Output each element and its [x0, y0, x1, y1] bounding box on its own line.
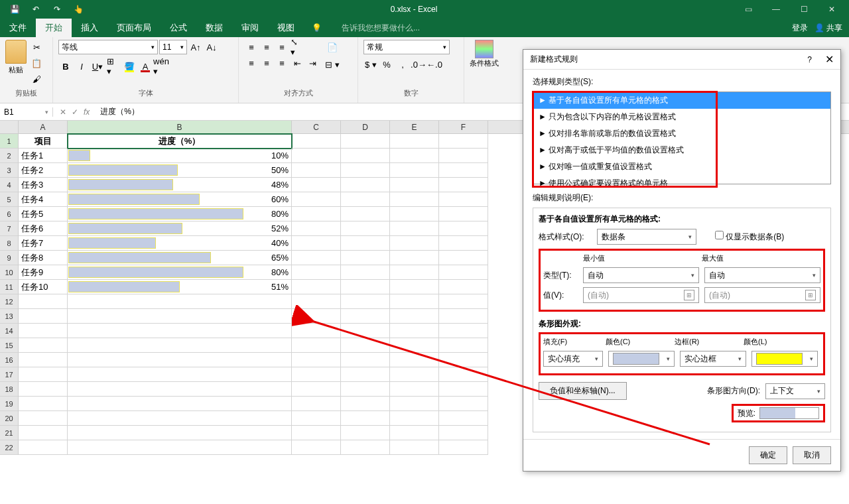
cell[interactable]: [341, 324, 390, 338]
cell[interactable]: [439, 149, 488, 163]
select-all-corner[interactable]: [0, 121, 19, 133]
cell[interactable]: [19, 309, 68, 324]
tab-insert[interactable]: 插入: [72, 19, 107, 37]
cell[interactable]: 51%: [68, 280, 292, 294]
cell[interactable]: [68, 440, 292, 455]
comma-icon[interactable]: ,: [395, 57, 410, 72]
row-header[interactable]: 1: [0, 134, 19, 149]
cell[interactable]: 任务5: [19, 207, 68, 221]
cell[interactable]: [390, 411, 439, 426]
cell[interactable]: 任务6: [19, 221, 68, 236]
cell[interactable]: 任务3: [19, 178, 68, 192]
cell[interactable]: 50%: [68, 163, 292, 178]
cell[interactable]: [439, 411, 488, 426]
row-header[interactable]: 2: [0, 149, 19, 163]
currency-icon[interactable]: $ ▾: [363, 57, 378, 72]
increase-font-icon[interactable]: A↑: [188, 40, 203, 54]
cell[interactable]: 10%: [68, 149, 292, 163]
rule-type-list[interactable]: ► 基于各自值设置所有单元格的格式 ► 只为包含以下内容的单元格设置格式 ► 仅…: [533, 92, 831, 184]
cell[interactable]: [292, 163, 341, 178]
cell[interactable]: [341, 236, 390, 251]
cell[interactable]: [292, 382, 341, 397]
underline-button[interactable]: U ▾: [90, 59, 105, 74]
italic-button[interactable]: I: [74, 59, 89, 74]
decrease-indent-icon[interactable]: ⇤: [290, 56, 304, 70]
cell[interactable]: [19, 397, 68, 411]
cell[interactable]: [19, 426, 68, 440]
cell[interactable]: [292, 192, 341, 207]
max-type-combo[interactable]: 自动▾: [704, 267, 820, 283]
row-header[interactable]: 8: [0, 236, 19, 251]
cell[interactable]: [292, 353, 341, 367]
cell[interactable]: [19, 294, 68, 309]
cell[interactable]: [68, 382, 292, 397]
cell[interactable]: [292, 178, 341, 192]
wrap-text-button[interactable]: 📄: [322, 40, 342, 54]
align-bottom-icon[interactable]: ≡: [275, 40, 289, 54]
col-header-E[interactable]: E: [390, 121, 439, 133]
percent-icon[interactable]: %: [379, 57, 394, 72]
cell[interactable]: [439, 221, 488, 236]
copy-icon[interactable]: 📋: [29, 56, 44, 70]
cell[interactable]: 80%: [68, 207, 292, 221]
cell[interactable]: [341, 367, 390, 382]
cell[interactable]: [341, 353, 390, 367]
col-header-F[interactable]: F: [439, 121, 488, 133]
row-header[interactable]: 9: [0, 251, 19, 265]
cell[interactable]: [292, 149, 341, 163]
border-combo[interactable]: 实心边框▾: [680, 351, 746, 367]
cell[interactable]: [439, 134, 488, 149]
maximize-icon[interactable]: ☐: [791, 1, 817, 17]
cell[interactable]: [292, 236, 341, 251]
close-icon[interactable]: ✕: [818, 1, 845, 17]
cell[interactable]: [390, 207, 439, 221]
cell[interactable]: 任务7: [19, 236, 68, 251]
cell[interactable]: [292, 426, 341, 440]
align-middle-icon[interactable]: ≡: [259, 40, 274, 54]
cell[interactable]: [292, 207, 341, 221]
format-painter-icon[interactable]: 🖌: [29, 72, 44, 86]
cell[interactable]: 任务10: [19, 280, 68, 294]
number-format-combo[interactable]: 常规 ▾: [363, 40, 450, 54]
font-name-combo[interactable]: 等线 ▾: [58, 40, 158, 54]
cell[interactable]: [19, 353, 68, 367]
cell[interactable]: [439, 382, 488, 397]
cell[interactable]: [292, 134, 341, 149]
cell[interactable]: [439, 397, 488, 411]
cell[interactable]: [439, 338, 488, 353]
min-type-combo[interactable]: 自动▾: [583, 267, 699, 283]
tab-home[interactable]: 开始: [36, 19, 72, 37]
cell[interactable]: 40%: [68, 236, 292, 251]
cell[interactable]: [341, 192, 390, 207]
cell[interactable]: [341, 265, 390, 280]
redo-icon[interactable]: ↷: [49, 3, 65, 16]
cut-icon[interactable]: ✂: [29, 40, 44, 54]
col-header-C[interactable]: C: [292, 121, 341, 133]
tab-formulas[interactable]: 公式: [161, 19, 196, 37]
paste-button[interactable]: 粘贴: [5, 40, 27, 75]
touch-mode-icon[interactable]: 👆: [70, 3, 86, 16]
cell[interactable]: [439, 309, 488, 324]
tab-review[interactable]: 审阅: [232, 19, 268, 37]
cell[interactable]: [68, 294, 292, 309]
align-top-icon[interactable]: ≡: [244, 40, 259, 54]
cell[interactable]: [390, 251, 439, 265]
cell[interactable]: 任务1: [19, 149, 68, 163]
cell[interactable]: [68, 411, 292, 426]
cell[interactable]: [292, 397, 341, 411]
row-header[interactable]: 18: [0, 382, 19, 397]
cell[interactable]: [439, 353, 488, 367]
cell[interactable]: [68, 426, 292, 440]
cell[interactable]: [68, 338, 292, 353]
fill-color-combo[interactable]: ▾: [608, 351, 675, 367]
col-header-A[interactable]: A: [19, 121, 68, 133]
row-header[interactable]: 6: [0, 207, 19, 221]
cell[interactable]: [390, 163, 439, 178]
cell[interactable]: [292, 411, 341, 426]
cell[interactable]: [68, 367, 292, 382]
row-header[interactable]: 16: [0, 353, 19, 367]
cell[interactable]: [68, 397, 292, 411]
cell[interactable]: [390, 178, 439, 192]
cell[interactable]: 任务4: [19, 192, 68, 207]
cell[interactable]: 65%: [68, 251, 292, 265]
